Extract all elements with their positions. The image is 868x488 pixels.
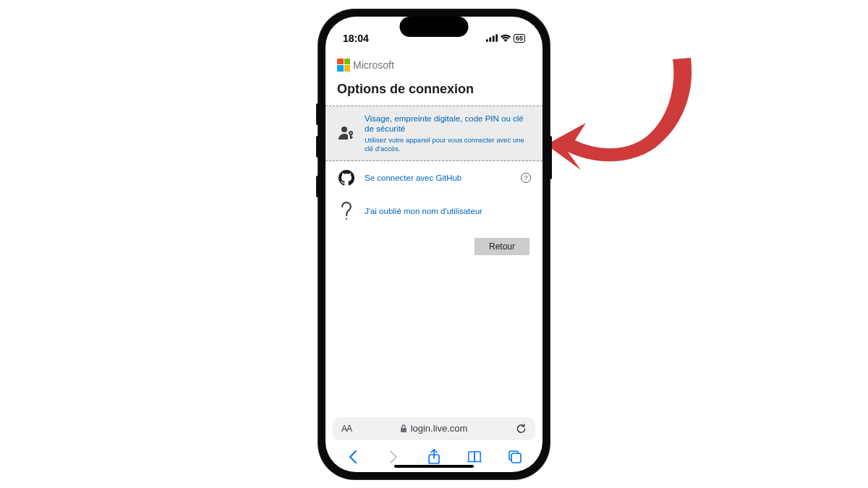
option-forgot-username[interactable]: J'ai oublié mon nom d'utilisateur [326,194,542,228]
github-icon [337,168,356,187]
microsoft-brand-text: Microsoft [353,59,394,71]
microsoft-logo-icon [337,59,350,72]
home-indicator[interactable] [394,465,474,468]
cellular-icon [486,34,498,42]
browser-toolbar [326,445,542,472]
text-size-button[interactable]: AA [341,424,352,434]
bookmarks-icon[interactable] [467,449,482,465]
svg-rect-3 [495,34,498,42]
option-passkey-title: Visage, empreinte digitale, code PIN ou … [365,114,531,135]
svg-point-4 [341,127,347,132]
svg-point-8 [346,218,347,220]
signin-options-list: Visage, empreinte digitale, code PIN ou … [326,106,542,228]
status-indicators: 65 [486,34,525,43]
dynamic-island [400,17,469,37]
phone-frame: 18:04 65 Microsoft Options de connexion [318,9,550,479]
question-mark-icon [337,202,356,221]
page-content: Microsoft Options de connexion Visage, e… [326,51,542,414]
svg-rect-9 [401,428,407,432]
reload-icon[interactable] [516,423,527,435]
forward-nav-icon [386,449,401,465]
annotation-arrow [546,43,698,188]
microsoft-logo-row: Microsoft [337,59,531,72]
option-passkey-subtitle: Utilisez votre appareil pour vous connec… [365,136,531,153]
back-nav-icon[interactable] [345,449,361,465]
option-github[interactable]: Se connecter avec GitHub ? [326,161,542,194]
status-time: 18:04 [343,33,369,44]
url-text: login.live.com [411,423,468,434]
svg-rect-1 [489,38,491,42]
share-icon[interactable] [426,449,442,465]
browser-url-bar[interactable]: AA login.live.com [326,414,542,445]
option-github-title: Se connecter avec GitHub [365,173,512,184]
back-button[interactable]: Retour [475,238,529,255]
svg-rect-11 [511,453,521,463]
option-passkey[interactable]: Visage, empreinte digitale, code PIN ou … [326,106,542,162]
lock-icon [400,424,407,433]
help-icon[interactable]: ? [521,173,531,183]
person-key-icon [337,124,356,142]
page-title: Options de connexion [337,82,531,97]
option-forgot-title: J'ai oublié mon nom d'utilisateur [365,206,531,217]
phone-screen: 18:04 65 Microsoft Options de connexion [326,17,542,472]
wifi-icon [501,34,511,42]
svg-rect-7 [350,134,352,139]
svg-point-6 [350,132,352,134]
svg-rect-2 [493,35,495,41]
svg-rect-0 [486,39,488,42]
battery-indicator: 65 [514,34,525,43]
tabs-icon[interactable] [507,449,523,465]
